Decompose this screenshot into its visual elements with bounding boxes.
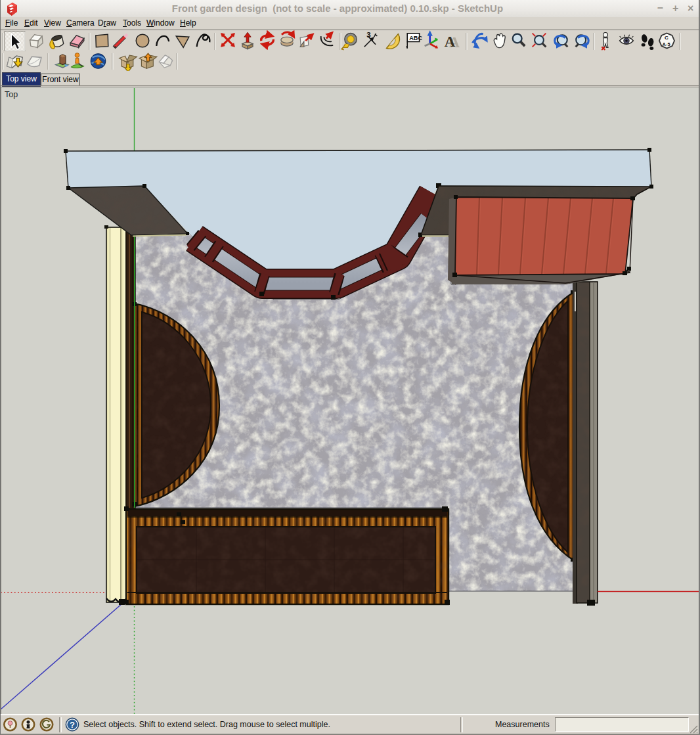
svg-text:3: 3 xyxy=(366,31,370,39)
svg-text:?: ? xyxy=(70,721,75,730)
svg-text:C: C xyxy=(665,35,668,41)
svg-text:A-5: A-5 xyxy=(663,41,670,47)
svg-text:ABC: ABC xyxy=(409,35,422,41)
svg-text:A: A xyxy=(445,33,456,50)
